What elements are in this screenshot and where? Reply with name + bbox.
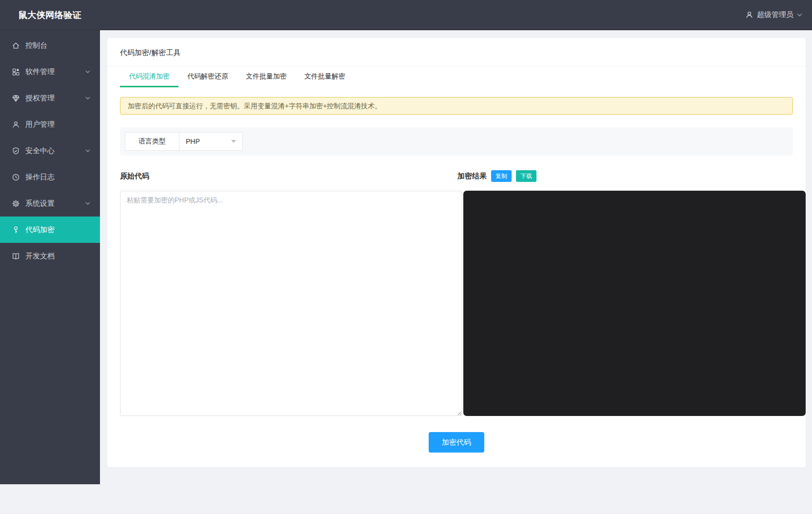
sidebar-item-security[interactable]: 安全中心 — [0, 138, 100, 164]
sidebar-item-software[interactable]: 软件管理 — [0, 59, 100, 85]
user-name: 超级管理员 — [757, 10, 793, 20]
encrypt-result-output — [463, 191, 806, 416]
sidebar-item-label: 代码加密 — [25, 225, 55, 235]
caret-down-icon — [231, 140, 236, 143]
source-code-input[interactable] — [120, 191, 462, 416]
sidebar-item-label: 开发文档 — [25, 252, 55, 261]
source-code-label: 原始代码 — [120, 172, 456, 181]
download-button[interactable]: 下载 — [516, 170, 536, 182]
chevron-down-icon — [85, 202, 90, 205]
gear-icon — [12, 199, 20, 208]
sidebar-item-label: 软件管理 — [25, 67, 55, 77]
sidebar-item-code-encrypt[interactable]: 代码加密 — [0, 217, 100, 243]
tool-tabs: 代码混淆加密 代码解密还原 文件批量加密 文件批量解密 — [107, 66, 806, 87]
main-content: 代码加密/解密工具 代码混淆加密 代码解密还原 文件批量加密 文件批量解密 加密… — [100, 30, 812, 514]
tab-batch-encrypt[interactable]: 文件批量加密 — [237, 66, 296, 87]
editors-row — [120, 191, 806, 416]
sidebar-item-users[interactable]: 用户管理 — [0, 111, 100, 138]
io-labels-row: 原始代码 加密结果 复制 下载 — [120, 170, 793, 182]
tool-card: 代码加密/解密工具 代码混淆加密 代码解密还原 文件批量加密 文件批量解密 加密… — [107, 38, 806, 467]
sidebar-item-settings[interactable]: 系统设置 — [0, 190, 100, 217]
encrypt-result-label: 加密结果 — [457, 172, 487, 181]
sidebar-item-dashboard[interactable]: 控制台 — [0, 32, 100, 59]
app-logo: 鼠大侠网络验证 — [0, 9, 100, 21]
sidebar-item-label: 控制台 — [25, 41, 47, 50]
sidebar-item-label: 操作日志 — [25, 173, 55, 182]
top-bar: 鼠大侠网络验证 超级管理员 — [0, 0, 812, 30]
encrypt-code-button[interactable]: 加密代码 — [429, 432, 484, 453]
language-row: 语言类型 PHP — [120, 127, 793, 156]
chevron-down-icon — [85, 70, 90, 73]
page-title: 代码加密/解密工具 — [107, 38, 806, 66]
user-icon — [12, 120, 20, 129]
tab-decrypt-restore[interactable]: 代码解密还原 — [178, 66, 237, 87]
apps-icon — [12, 68, 20, 76]
gem-icon — [12, 94, 20, 102]
card-footer: 加密代码 — [107, 432, 806, 465]
tab-batch-decrypt[interactable]: 文件批量解密 — [296, 66, 354, 87]
language-select[interactable]: PHP — [179, 132, 243, 151]
sidebar-item-label: 系统设置 — [25, 199, 55, 208]
key-icon — [12, 226, 20, 234]
sidebar-item-docs[interactable]: 开发文档 — [0, 243, 100, 269]
language-type-label: 语言类型 — [125, 132, 179, 151]
sidebar-item-label: 安全中心 — [25, 146, 55, 156]
home-icon — [12, 41, 20, 50]
shield-icon — [12, 147, 20, 155]
chevron-down-icon — [85, 97, 90, 99]
sidebar-item-logs[interactable]: 操作日志 — [0, 164, 100, 190]
tab-obfuscate-encrypt[interactable]: 代码混淆加密 — [120, 66, 178, 87]
user-icon — [745, 11, 753, 19]
sidebar-item-label: 授权管理 — [25, 94, 55, 103]
notice-banner: 加密后的代码可直接运行，无需密钥。采用变量混淆+字符串加密+控制流混淆技术。 — [120, 97, 793, 115]
sidebar: 控制台 软件管理 授权管理 用户管理 — [0, 30, 100, 484]
clock-icon — [12, 173, 20, 181]
book-icon — [12, 252, 20, 260]
user-menu[interactable]: 超级管理员 — [745, 10, 812, 20]
chevron-down-icon — [797, 13, 802, 17]
copy-button[interactable]: 复制 — [491, 170, 512, 182]
language-select-value: PHP — [186, 138, 200, 145]
sidebar-item-license[interactable]: 授权管理 — [0, 85, 100, 111]
sidebar-item-label: 用户管理 — [25, 120, 55, 129]
chevron-down-icon — [85, 149, 90, 152]
